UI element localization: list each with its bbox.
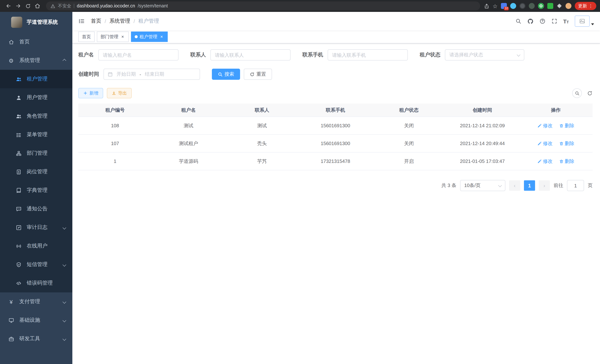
toggle-search-icon[interactable]	[572, 88, 582, 98]
sidebar-item-dict[interactable]: 字典管理	[0, 181, 72, 200]
share-icon[interactable]	[484, 3, 489, 9]
next-page-button[interactable]: ›	[539, 180, 550, 191]
fullscreen-icon[interactable]	[551, 18, 557, 24]
sidebar-item-post[interactable]: 岗位管理	[0, 162, 72, 181]
back-icon[interactable]	[4, 1, 13, 11]
broken-image-icon	[575, 16, 590, 27]
browser-toolbar: 不安全 dashboard.yudao.iocoder.cn/system/te…	[0, 0, 600, 12]
tab-home[interactable]: 首页	[78, 32, 95, 42]
sidebar-item-home[interactable]: 首页	[0, 33, 72, 51]
breadcrumb-system[interactable]: 系统管理	[110, 18, 130, 25]
tabs-bar: 首页 部门管理 × 租户管理 ×	[72, 30, 600, 43]
edit-link[interactable]: 修改	[537, 158, 553, 165]
sidebar-item-notice[interactable]: 通知公告	[0, 200, 72, 218]
sidebar-item-online-user[interactable]: 在线用户	[0, 237, 72, 255]
breadcrumb-separator: /	[105, 18, 106, 24]
logo[interactable]: 芋道管理系统	[0, 12, 72, 33]
pencil-icon	[537, 141, 542, 146]
total-count: 共 3 条	[441, 182, 456, 189]
reset-button[interactable]: 重置	[244, 69, 272, 80]
browser-home-icon[interactable]	[33, 1, 42, 11]
close-icon[interactable]: ×	[120, 34, 125, 39]
create-time-range-picker[interactable]: 开始日期 - 结束日期	[103, 69, 200, 80]
logo-avatar	[11, 17, 22, 28]
security-label: 不安全	[58, 3, 71, 9]
add-button[interactable]: 新增	[78, 88, 103, 98]
sidebar-item-sms[interactable]: 短信管理	[0, 255, 72, 274]
forward-icon[interactable]	[13, 1, 23, 11]
tab-tenant[interactable]: 租户管理 ×	[131, 32, 168, 42]
col-status: 租户状态	[372, 103, 446, 117]
sidebar-group-system[interactable]: ⚙ 系统管理	[0, 51, 72, 70]
breadcrumb-current: 租户管理	[138, 18, 159, 25]
chevron-down-icon	[63, 337, 66, 341]
refresh-icon[interactable]	[587, 90, 593, 96]
github-icon[interactable]	[527, 18, 533, 24]
breadcrumb: 首页 / 系统管理 / 租户管理	[91, 18, 159, 25]
page-size-select[interactable]: 10条/页	[460, 180, 505, 191]
extensions-puzzle-icon[interactable]	[557, 3, 562, 9]
url-domain: dashboard.yudao.iocoder.cn	[77, 3, 135, 9]
phone-input[interactable]	[328, 49, 408, 60]
delete-link[interactable]: 删除	[559, 158, 574, 165]
active-tab-dot	[135, 35, 138, 38]
tab-dept[interactable]: 部门管理 ×	[97, 32, 129, 42]
sidebar-group-payment[interactable]: ¥ 支付管理	[0, 292, 72, 311]
delete-link[interactable]: 删除	[559, 122, 574, 129]
sidebar: 芋道管理系统 首页 ⚙ 系统管理 租户管理	[0, 12, 72, 364]
search-icon[interactable]	[515, 18, 521, 24]
breadcrumb-home[interactable]: 首页	[91, 18, 101, 25]
tenant-status-select[interactable]: 请选择租户状态	[445, 49, 524, 60]
gear-icon: ⚙	[8, 58, 14, 63]
search-button[interactable]: 搜索	[212, 69, 240, 80]
extension-icon-3[interactable]	[519, 3, 525, 9]
sidebar-item-audit-log[interactable]: 审计日志	[0, 218, 72, 237]
sidebar-item-role[interactable]: 角色管理	[0, 107, 72, 125]
tenant-name-input[interactable]	[98, 49, 178, 60]
help-icon[interactable]	[539, 18, 545, 24]
extension-icon-6[interactable]	[547, 3, 553, 9]
user-avatar[interactable]	[575, 16, 594, 27]
export-button[interactable]: 导出	[107, 88, 132, 98]
prev-page-button[interactable]: ‹	[509, 180, 520, 191]
extension-icon-1[interactable]: 10	[501, 3, 507, 9]
sidebar-item-menu[interactable]: 菜单管理	[0, 125, 72, 144]
calendar-icon	[108, 72, 113, 77]
update-button[interactable]: 更新 ⋮	[575, 2, 596, 10]
extension-icon-5[interactable]	[538, 3, 544, 9]
sidebar-item-tenant[interactable]: 租户管理	[0, 70, 72, 88]
edit-link[interactable]: 修改	[537, 122, 553, 129]
address-bar[interactable]: 不安全 dashboard.yudao.iocoder.cn/system/te…	[46, 1, 480, 10]
close-icon[interactable]: ×	[159, 34, 164, 39]
page-1-button[interactable]: 1	[524, 180, 535, 191]
col-contact: 联系人	[225, 103, 299, 117]
edit-link[interactable]: 修改	[537, 140, 553, 147]
sidebar-group-devtools[interactable]: 研发工具	[0, 329, 72, 348]
table-row: 107 测试租户 秃头 15601691300 关闭 2021-12-14 20…	[78, 134, 593, 152]
trash-icon	[559, 123, 564, 128]
sidebar-item-user[interactable]: 用户管理	[0, 88, 72, 107]
bookmark-star-icon[interactable]: ☆	[493, 3, 497, 9]
reload-icon[interactable]	[23, 1, 33, 11]
tenant-name-label: 租户名	[78, 52, 94, 58]
sidebar-item-error-code[interactable]: 错误码管理	[0, 274, 72, 292]
users-icon	[16, 113, 21, 119]
chevron-down-icon	[517, 53, 520, 56]
extension-icon-2[interactable]	[510, 3, 516, 9]
contact-input[interactable]	[210, 49, 291, 60]
col-created: 创建时间	[446, 103, 519, 117]
delete-link[interactable]: 删除	[559, 140, 574, 147]
sidebar-group-infra[interactable]: 基础设施	[0, 311, 72, 329]
extension-badge: 10	[504, 7, 509, 10]
sidebar-collapse-icon[interactable]	[78, 18, 85, 25]
phone-label: 联系手机	[302, 52, 323, 58]
goto-page-input[interactable]	[567, 180, 584, 191]
warning-icon	[50, 3, 55, 8]
contact-label: 联系人	[190, 52, 206, 58]
extension-icon-4[interactable]	[529, 3, 535, 9]
monitor-icon	[8, 317, 14, 323]
font-size-icon[interactable]: TT	[563, 18, 569, 24]
id-badge-icon	[16, 169, 21, 175]
profile-avatar-icon[interactable]	[565, 3, 572, 9]
sidebar-item-dept[interactable]: 部门管理	[0, 144, 72, 162]
